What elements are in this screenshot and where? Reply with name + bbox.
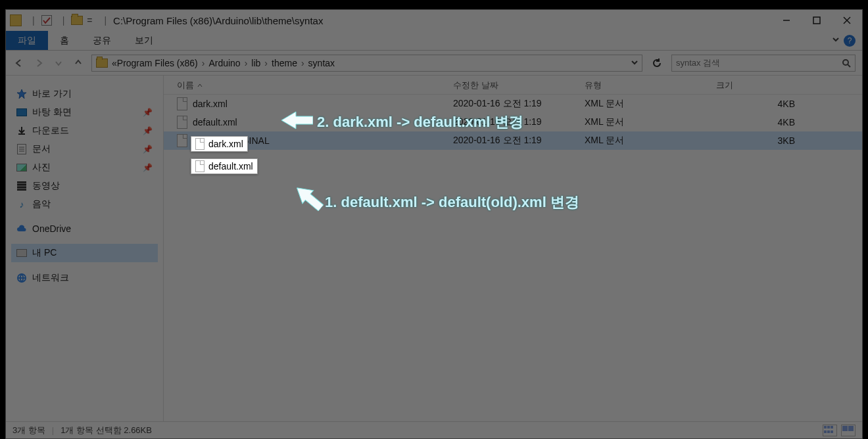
- pc-icon: [16, 249, 27, 257]
- navbar: « Program Files (x86)› Arduino› lib› the…: [6, 51, 862, 76]
- minimize-button[interactable]: [771, 10, 802, 31]
- sidebar-quick-access[interactable]: 바로 가기: [11, 85, 158, 103]
- body: 바로 가기 바탕 화면 📌 다운로드 📌 문서 📌 사진 📌: [6, 76, 862, 421]
- breadcrumb-prefix: «: [112, 58, 117, 68]
- nav-history-dropdown[interactable]: [52, 58, 65, 68]
- pin-icon: 📌: [143, 108, 153, 117]
- breadcrumb-item[interactable]: syntax: [308, 58, 335, 68]
- ribbon: 파일 홈 공유 보기 ?: [6, 31, 862, 51]
- nav-pane: 바로 가기 바탕 화면 📌 다운로드 📌 문서 📌 사진 📌: [6, 76, 164, 421]
- col-type[interactable]: 유형: [585, 80, 716, 91]
- file-date: 2020-01-16 오전 1:19: [453, 135, 585, 147]
- file-icon: [177, 116, 187, 129]
- sidebar-label: 동영상: [32, 180, 60, 192]
- sidebar-label: 바로 가기: [32, 88, 72, 100]
- titlebar-sep3: |: [104, 15, 107, 26]
- sidebar-network[interactable]: 네트워크: [11, 269, 158, 287]
- close-button[interactable]: [832, 10, 862, 31]
- status-selected: 1개 항목 선택함 2.66KB: [60, 425, 152, 436]
- file-size: 4KB: [716, 117, 795, 127]
- qat-checkbox-icon[interactable]: [41, 15, 52, 26]
- col-name[interactable]: 이름: [177, 80, 453, 91]
- titlebar: | | = | C:\Program Files (x86)\Arduino\l…: [6, 10, 862, 31]
- help-icon[interactable]: ?: [844, 35, 856, 47]
- address-dropdown-icon[interactable]: [631, 58, 638, 68]
- pin-icon: 📌: [143, 145, 153, 154]
- sidebar-videos[interactable]: 동영상: [11, 177, 158, 195]
- svg-rect-1: [813, 17, 820, 24]
- breadcrumb-item[interactable]: lib: [251, 58, 260, 68]
- sidebar-pictures[interactable]: 사진 📌: [11, 158, 158, 177]
- status-count: 3개 항목: [12, 425, 45, 436]
- titlebar-sep2: |: [62, 15, 65, 26]
- ribbon-tab-share[interactable]: 공유: [81, 31, 123, 50]
- search-input[interactable]: [676, 58, 842, 68]
- pin-icon: 📌: [143, 163, 153, 172]
- explorer-window: | | = | C:\Program Files (x86)\Arduino\l…: [5, 9, 863, 439]
- highlight-file-dark: dark.xml: [191, 136, 248, 152]
- file-row[interactable]: default_ORIGINAL 2020-01-16 오전 1:19 XML …: [164, 131, 862, 150]
- ribbon-collapse-icon[interactable]: [832, 35, 840, 45]
- file-icon: [177, 97, 187, 110]
- view-large-button[interactable]: [841, 425, 856, 436]
- network-icon: [16, 273, 27, 283]
- refresh-button[interactable]: [649, 55, 665, 72]
- music-icon: ♪: [16, 200, 27, 209]
- column-headers: 이름 수정한 날짜 유형 크기: [164, 76, 862, 95]
- videos-icon: [17, 181, 26, 191]
- desktop-icon: [16, 108, 27, 116]
- ribbon-tab-file[interactable]: 파일: [6, 31, 48, 50]
- sidebar-desktop[interactable]: 바탕 화면 📌: [11, 103, 158, 122]
- sidebar-label: 다운로드: [32, 125, 69, 137]
- sidebar-label: 음악: [32, 198, 51, 210]
- col-size[interactable]: 크기: [716, 80, 795, 91]
- sidebar-downloads[interactable]: 다운로드 📌: [11, 122, 158, 140]
- svg-marker-6: [17, 89, 26, 99]
- nav-up-button[interactable]: [72, 58, 85, 68]
- file-type: XML 문서: [585, 135, 716, 147]
- file-date: 2020-01-16 오전 1:19: [453, 116, 585, 128]
- address-bar[interactable]: « Program Files (x86)› Arduino› lib› the…: [91, 55, 642, 72]
- cloud-icon: [16, 224, 27, 233]
- file-name: dark.xml: [193, 99, 228, 109]
- address-folder-icon: [96, 58, 108, 68]
- col-date[interactable]: 수정한 날짜: [453, 80, 585, 91]
- file-type: XML 문서: [585, 116, 716, 128]
- file-list: 이름 수정한 날짜 유형 크기 dark.xml 2020-01-16 오전 1…: [164, 76, 862, 421]
- highlight-file-default: default.xml: [191, 158, 258, 174]
- ribbon-tab-view[interactable]: 보기: [123, 31, 165, 50]
- search-box[interactable]: [671, 55, 856, 72]
- search-icon: [842, 58, 851, 68]
- file-size: 3KB: [716, 135, 795, 146]
- titlebar-dropdown-icon[interactable]: =: [87, 15, 92, 26]
- sidebar-music[interactable]: ♪ 음악: [11, 195, 158, 214]
- file-row[interactable]: default.xml 2020-01-16 오전 1:19 XML 문서 4K…: [164, 113, 862, 131]
- nav-forward-button[interactable]: [32, 58, 45, 68]
- file-type: XML 문서: [585, 98, 716, 110]
- sidebar-label: 네트워크: [32, 272, 69, 284]
- file-date: 2020-01-16 오전 1:19: [453, 98, 585, 110]
- breadcrumb-item[interactable]: theme: [272, 58, 297, 68]
- sidebar-documents[interactable]: 문서 📌: [11, 140, 158, 158]
- view-details-button[interactable]: [823, 425, 837, 436]
- document-icon: [17, 144, 26, 154]
- sidebar-label: 문서: [32, 143, 51, 155]
- highlight-label: dark.xml: [208, 139, 243, 149]
- file-icon: [195, 160, 205, 172]
- star-icon: [16, 89, 27, 99]
- ribbon-tab-home[interactable]: 홈: [48, 31, 81, 50]
- pictures-icon: [16, 164, 27, 172]
- download-icon: [16, 126, 27, 135]
- titlebar-folder-icon: [71, 16, 83, 25]
- file-row[interactable]: dark.xml 2020-01-16 오전 1:19 XML 문서 4KB: [164, 95, 862, 113]
- breadcrumb-item[interactable]: Arduino: [208, 58, 240, 68]
- breadcrumb-item[interactable]: Program Files (x86): [117, 58, 198, 68]
- svg-line-5: [848, 64, 850, 67]
- app-folder-icon: [10, 14, 22, 26]
- sidebar-label: 바탕 화면: [32, 106, 72, 118]
- titlebar-sep: |: [32, 15, 35, 26]
- sidebar-onedrive[interactable]: OneDrive: [11, 220, 158, 237]
- maximize-button[interactable]: [802, 10, 832, 31]
- sidebar-this-pc[interactable]: 내 PC: [11, 244, 158, 262]
- nav-back-button[interactable]: [12, 58, 26, 68]
